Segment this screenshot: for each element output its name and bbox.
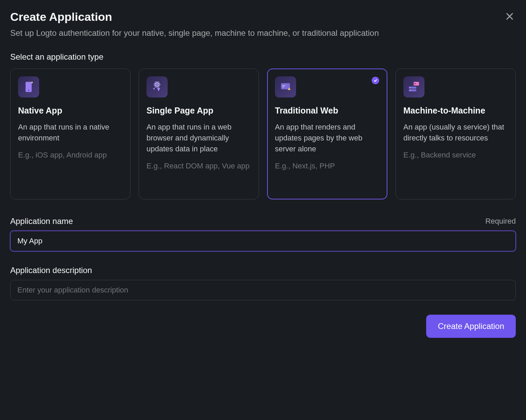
create-application-button[interactable]: Create Application xyxy=(426,315,516,338)
svg-point-3 xyxy=(28,90,29,91)
app-type-section-label: Select an application type xyxy=(10,52,516,62)
app-type-card-traditional-web[interactable]: Traditional Web An app that renders and … xyxy=(267,69,387,199)
svg-rect-15 xyxy=(414,82,419,86)
app-type-card-native[interactable]: Native App An app that runs in a native … xyxy=(10,69,130,199)
svg-point-5 xyxy=(156,84,158,85)
svg-marker-10 xyxy=(157,88,160,91)
page-subtitle: Set up Logto authentication for your nat… xyxy=(10,28,379,38)
svg-rect-11 xyxy=(281,83,290,89)
card-title: Native App xyxy=(18,106,123,116)
app-type-card-m2m[interactable]: Machine-to-Machine An app (usually a ser… xyxy=(396,69,516,199)
app-name-label: Application name xyxy=(10,216,73,226)
card-description: An app that runs in a web browser and dy… xyxy=(146,122,251,154)
required-tag: Required xyxy=(485,217,516,226)
svg-point-20 xyxy=(410,90,411,91)
svg-point-16 xyxy=(415,83,416,84)
card-example: E.g., iOS app, Android app xyxy=(18,150,123,161)
card-description: An app that runs in a native environment xyxy=(18,122,123,144)
traditional-web-icon xyxy=(275,76,296,97)
card-description: An app that renders and updates pages by… xyxy=(275,122,380,154)
app-description-label: Application description xyxy=(10,266,92,275)
card-title: Machine-to-Machine xyxy=(403,106,508,116)
app-type-card-spa[interactable]: Single Page App An app that runs in a we… xyxy=(139,69,259,199)
spa-icon xyxy=(146,76,168,97)
close-button[interactable] xyxy=(504,10,516,24)
svg-rect-12 xyxy=(282,85,285,86)
card-description: An app (usually a service) that directly… xyxy=(403,122,508,144)
card-title: Single Page App xyxy=(146,106,251,116)
card-example: E.g., Backend service xyxy=(403,150,508,161)
card-title: Traditional Web xyxy=(275,106,380,116)
card-example: E.g., Next.js, PHP xyxy=(275,161,380,171)
svg-rect-13 xyxy=(282,87,284,87)
selected-check-icon xyxy=(372,77,379,84)
page-title: Create Application xyxy=(10,10,379,24)
app-name-input[interactable] xyxy=(10,231,516,251)
native-app-icon xyxy=(18,76,39,97)
close-icon xyxy=(505,12,514,21)
svg-marker-9 xyxy=(153,88,155,90)
m2m-icon xyxy=(403,76,424,97)
app-description-input[interactable] xyxy=(10,280,516,300)
card-example: E.g., React DOM app, Vue app xyxy=(146,161,251,171)
svg-point-19 xyxy=(410,87,411,88)
